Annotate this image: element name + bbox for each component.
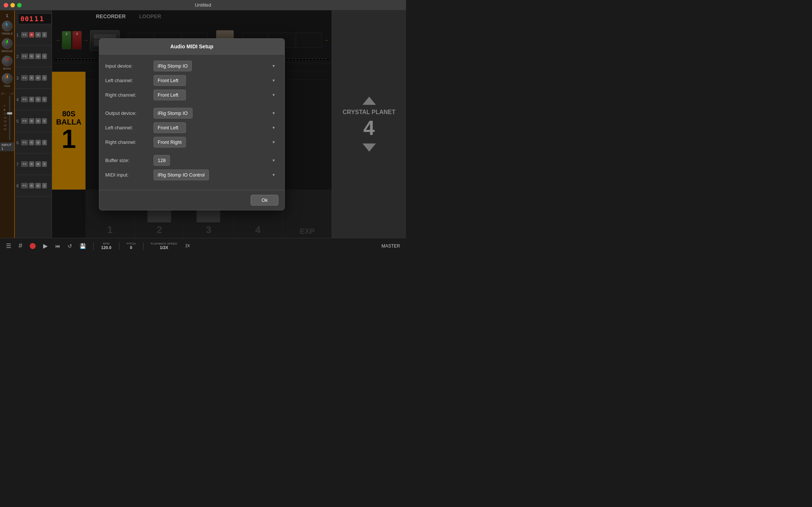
separator-1 (93, 242, 94, 250)
output-device-select[interactable]: iRig Stomp IO Built-in Output (154, 108, 193, 119)
track-5-fx-button[interactable]: FX (21, 118, 28, 124)
save-icon[interactable]: 💾 (80, 243, 86, 249)
record-button[interactable] (30, 243, 36, 249)
track-6-m-button[interactable]: M (35, 140, 41, 145)
ok-button[interactable]: Ok (251, 195, 278, 206)
playback-label: PLAYBACK SPEED (151, 242, 177, 245)
time-digit-4: 1 (35, 15, 39, 23)
track-7-r-button[interactable]: R (29, 161, 34, 167)
audio-midi-setup-dialog: Audio MIDI Setup Input device: iRig Stom… (99, 38, 285, 210)
crystal-planet-name: CRYSTAL PLANET (343, 109, 396, 116)
track-6-r-button[interactable]: R (29, 140, 34, 145)
track-3-fx-button[interactable]: FX (21, 75, 28, 81)
treble-knob-container: TREBLE (1, 21, 13, 35)
track-5-r-button[interactable]: R (29, 118, 34, 124)
dialog-overlay: Audio MIDI Setup Input device: iRig Stom… (52, 10, 332, 238)
track-list: 0 0 1 1 1 1 FX R M S 2 FX R M S 3 FX R M… (15, 10, 52, 238)
middle-knob[interactable] (2, 38, 12, 49)
track-8-fx-button[interactable]: FX (21, 183, 28, 188)
track-row-6: 6 FX R M S (15, 132, 52, 154)
track-num-1: 1 (16, 33, 20, 37)
midi-input-select[interactable]: iRig Stomp IO Control None (154, 169, 209, 180)
input-device-select[interactable]: iRig Stomp IO Built-in Input (154, 61, 192, 71)
hamburger-icon[interactable]: ☰ (6, 242, 11, 249)
track-4-r-button[interactable]: R (29, 97, 34, 102)
buffer-size-select[interactable]: 64 128 256 512 (154, 155, 170, 166)
play-button[interactable]: ▶ (43, 242, 48, 249)
rewind-button[interactable]: ⏮ (55, 243, 60, 249)
dialog-title: Audio MIDI Setup (170, 43, 213, 49)
track-3-m-button[interactable]: M (35, 75, 41, 81)
middle-label: MIDDLE (1, 49, 13, 53)
maximize-button[interactable] (17, 3, 22, 7)
track-8-m-button[interactable]: M (35, 183, 41, 188)
track-number-label: 1 (6, 13, 8, 18)
pan-knob-container: PAN (2, 73, 12, 88)
pan-label: PAN (4, 84, 10, 88)
input-device-label: Input device: (105, 63, 154, 69)
track-3-r-button[interactable]: R (29, 75, 34, 81)
time-digit-3: 1 (29, 15, 33, 23)
track-num-4: 4 (16, 97, 20, 102)
dialog-footer: Ok (99, 190, 284, 210)
input-right-channel-row: Right channel: Front Left Front Right (105, 90, 278, 100)
track-1-fx-button[interactable]: FX (21, 32, 28, 38)
track-1-s-button[interactable]: S (42, 32, 47, 38)
input-right-channel-select[interactable]: Front Left Front Right (154, 90, 186, 100)
fader-scale-3: 3 (4, 104, 7, 108)
track-2-r-button[interactable]: R (29, 54, 34, 59)
output-left-channel-select-wrapper: Front Left Front Right (154, 122, 278, 133)
pan-knob[interactable] (2, 73, 12, 84)
loop-button[interactable]: ↺ (68, 243, 72, 249)
track-2-m-button[interactable]: M (35, 54, 41, 59)
output-right-channel-label: Right channel: (105, 139, 154, 145)
track-5-m-button[interactable]: M (35, 118, 41, 124)
fader-thumb[interactable] (7, 112, 12, 114)
output-device-select-wrapper: iRig Stomp IO Built-in Output (154, 108, 278, 119)
track-num-2: 2 (16, 54, 20, 59)
track-7-fx-button[interactable]: FX (21, 161, 28, 167)
crystal-planet-info: CRYSTAL PLANET 4 (343, 109, 396, 139)
dialog-body: Input device: iRig Stomp IO Built-in Inp… (99, 55, 284, 190)
master-label: MASTER (381, 243, 400, 249)
fader-scale-30: 30 (4, 120, 7, 124)
pitch-info: PITCH 0 (127, 242, 136, 250)
output-left-channel-select[interactable]: Front Left Front Right (154, 122, 186, 133)
bottom-toolbar: ☰ # ▶ ⏮ ↺ 💾 BPM 120.0 PITCH 0 PLAYBACK S… (0, 238, 406, 254)
track-1-m-button[interactable]: M (35, 32, 41, 38)
nav-up-button[interactable] (362, 97, 376, 105)
track-4-s-button[interactable]: S (42, 97, 47, 102)
track-1-r-button[interactable]: R (29, 32, 34, 38)
track-6-fx-button[interactable]: FX (21, 140, 28, 145)
bass-knob[interactable] (2, 56, 12, 66)
track-num-3: 3 (16, 76, 20, 80)
track-5-s-button[interactable]: S (42, 118, 47, 124)
track-3-s-button[interactable]: S (42, 75, 47, 81)
nav-down-button[interactable] (362, 143, 376, 152)
left-sidebar: 1 TREBLE MIDDLE BASS PAN (0, 10, 15, 238)
track-2-s-button[interactable]: S (42, 54, 47, 59)
output-right-channel-select[interactable]: Front Left Front Right (154, 137, 186, 148)
track-6-s-button[interactable]: S (42, 140, 47, 145)
window-title: Untitled (195, 2, 211, 8)
track-2-fx-button[interactable]: FX (21, 54, 28, 59)
track-8-r-button[interactable]: R (29, 183, 34, 188)
window-controls[interactable] (4, 3, 22, 7)
close-button[interactable] (4, 3, 8, 7)
input-left-channel-select[interactable]: Front Left Front Right (154, 75, 186, 86)
input-left-channel-label: Left channel: (105, 78, 154, 83)
treble-knob[interactable] (2, 21, 12, 31)
track-4-m-button[interactable]: M (35, 97, 41, 102)
track-num-6: 6 (16, 141, 20, 145)
track-7-s-button[interactable]: S (42, 161, 47, 167)
input-device-row: Input device: iRig Stomp IO Built-in Inp… (105, 61, 278, 71)
track-4-fx-button[interactable]: FX (21, 97, 28, 102)
output-device-row: Output device: iRig Stomp IO Built-in Ou… (105, 108, 278, 119)
fader-track[interactable] (9, 96, 10, 140)
hashtag-icon[interactable]: # (19, 242, 22, 250)
bpm-value: 120.0 (101, 245, 112, 250)
bass-knob-container: BASS (2, 56, 12, 70)
minimize-button[interactable] (10, 3, 15, 7)
track-8-s-button[interactable]: S (42, 183, 47, 188)
track-7-m-button[interactable]: M (35, 161, 41, 167)
